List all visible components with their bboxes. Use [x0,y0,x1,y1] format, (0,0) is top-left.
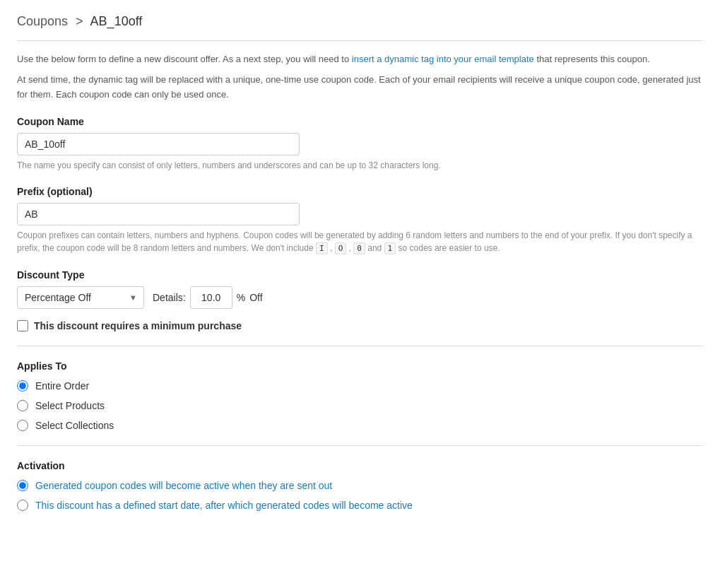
prefix-hint: Coupon prefixes can contain letters, num… [17,229,703,255]
discount-unit: % [237,292,245,303]
prefix-code-O: O [335,242,347,254]
prefix-code-1: 1 [384,242,396,254]
discount-type-select-wrapper: Percentage Off Fixed Amount Off Free Shi… [17,286,144,309]
applies-select-collections-label: Select Collections [35,420,114,431]
prefix-section: Prefix (optional) Coupon prefixes can co… [17,186,703,255]
activation-section: Activation Generated coupon codes will b… [17,460,703,511]
discount-details-group: Details: % Off [153,286,263,309]
applies-to-label: Applies To [17,360,703,372]
activation-option-2: This discount has a defined start date, … [17,500,703,511]
applies-select-collections-radio[interactable] [17,420,28,431]
activation-label-2: This discount has a defined start date, … [35,500,413,511]
discount-suffix: Off [249,292,262,303]
minimum-purchase-label: This discount requires a minimum purchas… [34,320,242,331]
breadcrumb-parent: Coupons [17,14,68,28]
info-line1: Use the below form to define a new disco… [17,52,703,67]
applies-to-section: Applies To Entire Order Select Products … [17,360,703,431]
prefix-label: Prefix (optional) [17,186,703,197]
activation-label: Activation [17,460,703,471]
section-divider-2 [17,445,703,446]
applies-select-products-label: Select Products [35,400,105,411]
top-divider [17,40,703,41]
applies-entire-order-label: Entire Order [35,380,89,392]
coupon-name-hint: The name you specify can consist of only… [17,159,703,172]
section-divider-1 [17,346,703,346]
coupon-name-label: Coupon Name [17,116,703,127]
info-line2: At send time, the dynamic tag will be re… [17,73,703,102]
activation-radio-1[interactable] [17,480,28,491]
breadcrumb-separator: > [76,14,83,28]
discount-type-row: Percentage Off Fixed Amount Off Free Shi… [17,286,703,309]
applies-entire-order-radio[interactable] [17,380,28,392]
coupon-name-section: Coupon Name The name you specify can con… [17,116,703,172]
prefix-input[interactable] [17,203,300,225]
discount-type-label: Discount Type [17,269,703,281]
activation-label-1: Generated coupon codes will become activ… [35,480,332,491]
applies-entire-order: Entire Order [17,380,703,392]
applies-select-products: Select Products [17,400,703,411]
coupon-name-input[interactable] [17,133,300,155]
applies-select-collections: Select Collections [17,420,703,431]
applies-select-products-radio[interactable] [17,400,28,411]
breadcrumb-current: AB_10off [90,14,143,28]
activation-option-1: Generated coupon codes will become activ… [17,480,703,491]
email-template-link[interactable]: insert a dynamic tag into your email tem… [352,54,534,64]
discount-type-section: Discount Type Percentage Off Fixed Amoun… [17,269,703,331]
prefix-code-I: I [316,242,328,254]
discount-value-input[interactable] [190,286,232,309]
minimum-purchase-row: This discount requires a minimum purchas… [17,320,703,331]
details-label: Details: [153,292,186,303]
discount-type-select[interactable]: Percentage Off Fixed Amount Off Free Shi… [17,286,144,309]
minimum-purchase-checkbox[interactable] [17,320,28,331]
prefix-code-0: 0 [353,242,365,254]
activation-radio-2[interactable] [17,500,28,511]
breadcrumb: Coupons > AB_10off [17,14,703,29]
